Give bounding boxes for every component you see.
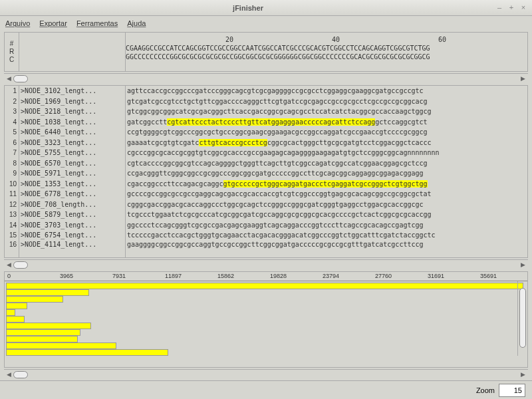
node-name[interactable]: >NODE_6440_lengt... <box>19 127 125 138</box>
coverage-bar[interactable] <box>6 309 15 316</box>
sequence-row[interactable]: gaaaatcgcgtgtcgatccttgtcacccgccctcgcggcg… <box>126 138 527 148</box>
highlighted-region[interactable]: gtgcccccgctgggcaggatgaccctcgaggatcgccggg… <box>223 180 428 188</box>
node-name[interactable]: >NODE_6570_lengt... <box>19 158 125 169</box>
scroll-left-icon[interactable]: ◀ <box>5 261 13 269</box>
tick-60: 60 <box>438 35 446 44</box>
zoom-input[interactable] <box>499 384 525 397</box>
sequence-row[interactable]: agttccaccgccggcccgatcccgggcagcgtcgcgaggg… <box>126 86 527 96</box>
sequence-row[interactable]: tcccccgacctccacgctgggtgcagaacctacgacacgg… <box>126 230 527 241</box>
node-name[interactable]: >NODE_3218_lengt... <box>19 106 125 117</box>
sequence-row[interactable]: ggcccctccagcgggtcgcgccgacgagcgaaggtcagca… <box>126 220 527 231</box>
sequence-row[interactable]: gaaggggcggccggcgccaggtgccgccggcttcggcgga… <box>126 241 527 249</box>
coverage-bar[interactable] <box>6 336 78 342</box>
axis-tick: 27760 <box>375 273 392 279</box>
ref-r-seq: CGAAGGCCGCCATCCAGCGGTCCGCCGGCCAATCGGCCAT… <box>126 44 527 53</box>
sequence-col[interactable]: agttccaccgccggcccgatcccgggcagcgtcgcgaggg… <box>126 86 527 257</box>
node-name[interactable]: >NODE_3323_lengt... <box>19 138 125 148</box>
coverage-bar[interactable] <box>6 296 63 303</box>
ref-c-seq: GGCCCCCCCCCGGCGCGCGCGCGCGCCGGCGGCGCGCGGG… <box>126 53 527 61</box>
sequence-row[interactable]: ccgtggggcgtcggcccggcgctgcccggcgaagcggaag… <box>126 127 527 138</box>
r-label: R <box>9 48 14 56</box>
row-number: 13 <box>5 209 17 220</box>
sequence-row[interactable]: gccccgccggcgccgccgaggcagcgaccgcaccaccgtc… <box>126 189 527 200</box>
minimize-button[interactable]: – <box>495 3 504 13</box>
axis-tick: 23794 <box>323 273 339 279</box>
coverage-panel: 0396579311189715862198282379427760316913… <box>4 271 528 368</box>
coverage-bar[interactable] <box>6 329 80 336</box>
node-name[interactable]: >NODE_3703_lengt... <box>19 220 125 231</box>
coverage-bar[interactable] <box>6 283 523 289</box>
scroll-right-icon[interactable]: ▶ <box>519 75 527 82</box>
ref-row-labels: # R C <box>5 33 19 71</box>
axis-tick: 0 <box>7 273 11 279</box>
node-name[interactable]: >NODE_1353_lengt... <box>19 179 125 190</box>
axis-tick: 19828 <box>270 273 287 279</box>
coverage-axis: 0396579311189715862198282379427760316913… <box>5 272 527 281</box>
scroll-left-icon[interactable]: ◀ <box>5 371 13 378</box>
coverage-bar[interactable] <box>6 303 27 309</box>
ref-hscroll[interactable]: ◀ ▶ <box>4 73 528 84</box>
highlighted-region[interactable]: cgtcattccctactccccttgttcatggagggaaccccca… <box>167 118 375 126</box>
coverage-bar[interactable] <box>6 323 91 329</box>
coverage-hscroll[interactable]: ◀ ▶ <box>4 369 528 380</box>
menu-tools[interactable]: Ferramentas <box>76 19 118 27</box>
position-ruler: 20 40 60 <box>126 35 527 44</box>
coverage-bars <box>5 281 527 356</box>
coverage-bar[interactable] <box>6 349 168 356</box>
axis-tick: 31691 <box>428 273 444 279</box>
node-name[interactable]: >NODE_3102_lengt... <box>19 86 125 96</box>
close-button[interactable]: × <box>519 3 528 13</box>
sequence-row[interactable]: gtcggcggcgggcatcgcgacgggcttcaccgaccggcgc… <box>126 106 527 117</box>
vscroll-thumb[interactable] <box>519 288 526 348</box>
c-label: C <box>9 56 14 64</box>
node-name[interactable]: >NODE_1038_lengt... <box>19 117 125 128</box>
node-name[interactable]: >NODE_5971_lengt... <box>19 168 125 179</box>
scroll-thumb[interactable] <box>13 261 28 269</box>
node-name[interactable]: >NODE_6778_lengt... <box>19 189 125 200</box>
menu-help[interactable]: Ajuda <box>127 19 146 27</box>
node-name[interactable]: >NODE_5755_lengt... <box>19 148 125 158</box>
row-number: 16 <box>5 241 17 249</box>
node-name[interactable]: >NODE_708_length... <box>19 200 125 210</box>
sequence-row[interactable]: cgaccggcccttccagacgcaggcgtgcccccgctgggca… <box>126 179 527 190</box>
node-name-col: >NODE_3102_lengt...>NODE_1969_lengt...>N… <box>19 86 126 257</box>
sequence-row[interactable]: tcgccctggaatctcgcgcccatcgcggcgatcgccaggc… <box>126 209 527 220</box>
align-hscroll[interactable]: ◀ ▶ <box>4 259 528 270</box>
scroll-left-icon[interactable]: ◀ <box>5 75 13 82</box>
row-number: 14 <box>5 220 17 231</box>
row-number: 6 <box>5 138 17 148</box>
menu-export[interactable]: Exportar <box>39 19 67 27</box>
node-name[interactable]: >NODE_5879_lengt... <box>19 209 125 220</box>
sequence-row[interactable]: gatcggccttcgtcattccctactccccttgttcatggag… <box>126 117 527 128</box>
coverage-bar[interactable] <box>6 316 25 323</box>
coverage-bar[interactable] <box>6 342 116 349</box>
sequence-row[interactable]: cgcccggcgcaccgcggtgtcggcgcacccgccgaagagc… <box>126 148 527 158</box>
maximize-button[interactable]: + <box>507 3 516 13</box>
coverage-bar[interactable] <box>6 289 89 296</box>
row-number: 12 <box>5 200 17 210</box>
scroll-right-icon[interactable]: ▶ <box>519 261 527 269</box>
row-number: 9 <box>5 168 17 179</box>
node-name[interactable]: >NODE_6754_lengt... <box>19 230 125 241</box>
zoom-label: Zoom <box>476 386 495 394</box>
menu-file[interactable]: Arquivo <box>5 19 30 27</box>
scroll-thumb[interactable] <box>13 371 28 378</box>
sequence-row[interactable]: gtcgatcgccgtcctgctgttcggaccccagggcttcgtg… <box>126 96 527 107</box>
row-number: 15 <box>5 230 17 241</box>
node-name[interactable]: >NODE_1969_lengt... <box>19 96 125 107</box>
tick-40: 40 <box>332 35 340 44</box>
row-number: 3 <box>5 106 17 117</box>
sequence-row[interactable]: cgggcgaccggacgcaccaggccctggcgcagctccgggc… <box>126 200 527 210</box>
row-number: 4 <box>5 117 17 128</box>
ref-sequence-col: 20 40 60 CGAAGGCCGCCATCCAGCGGTCCGCCGGCCA… <box>126 33 527 71</box>
scroll-thumb[interactable] <box>13 75 28 82</box>
coverage-vscroll[interactable] <box>517 281 527 356</box>
sequence-row[interactable]: ccgacgggttcgggcggccgcggcccggcggcgatgcccc… <box>126 168 527 179</box>
sequence-row[interactable]: cgtcaccccggcggcgtccagcaggggctgggttcagctt… <box>126 158 527 169</box>
scroll-right-icon[interactable]: ▶ <box>519 371 527 378</box>
ref-meta-col <box>19 33 126 71</box>
node-name[interactable]: >NODE_4114_lengt... <box>19 241 125 249</box>
highlighted-region[interactable]: cttgtcacccgccctcg <box>199 139 267 146</box>
row-number: 1 <box>5 86 17 96</box>
reference-panel: # R C 20 40 60 CGAAGGCCGCCATCCAGCGGTCCGC… <box>4 32 528 72</box>
